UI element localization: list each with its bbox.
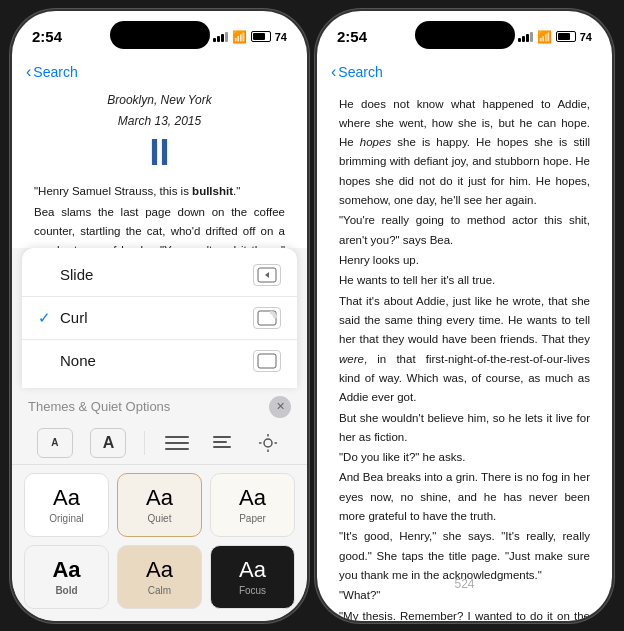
theme-bold-aa: Aa xyxy=(52,557,80,583)
theme-paper-name: Paper xyxy=(239,513,266,524)
r-para-4: He wants to tell her it's all true. xyxy=(339,271,590,290)
chevron-left-icon-right: ‹ xyxy=(331,63,336,81)
theme-calm-aa: Aa xyxy=(146,557,173,583)
wifi-icon-right: 📶 xyxy=(537,30,552,44)
themes-label: Themes & Quiet Options xyxy=(28,399,170,414)
font-large-button[interactable]: A xyxy=(90,428,126,458)
svg-point-9 xyxy=(264,439,272,447)
status-icons-right: 📶 74 xyxy=(518,30,592,44)
check-curl: ✓ xyxy=(38,309,60,327)
theme-focus-aa: Aa xyxy=(239,557,266,583)
r-para-11: "My thesis. Remember? I wanted to do it … xyxy=(339,607,590,621)
curl-label: Curl xyxy=(60,309,253,326)
option-slide[interactable]: Slide xyxy=(22,254,297,297)
bottom-panel: Slide ✓ Curl None xyxy=(12,248,307,621)
back-label-left: Search xyxy=(33,64,77,80)
r-para-6: But she wouldn't believe him, so he lets… xyxy=(339,409,590,448)
right-phone: 2:54 📶 74 ‹ Search xyxy=(317,11,612,621)
themes-grid: Aa Original Aa Quiet Aa Paper Aa Bold Aa xyxy=(12,465,307,621)
theme-calm-name: Calm xyxy=(148,585,171,596)
theme-original-aa: Aa xyxy=(53,485,80,511)
theme-paper[interactable]: Aa Paper xyxy=(210,473,295,537)
svg-rect-7 xyxy=(213,441,227,443)
svg-rect-4 xyxy=(165,442,189,444)
para-1: "Henry Samuel Strauss, this is bullshit.… xyxy=(34,182,285,201)
status-time-right: 2:54 xyxy=(337,28,367,45)
none-label: None xyxy=(60,352,253,369)
dynamic-island-right xyxy=(415,21,515,49)
battery-level: 74 xyxy=(275,31,287,43)
theme-focus[interactable]: Aa Focus xyxy=(210,545,295,609)
font-small-button[interactable]: A xyxy=(37,428,73,458)
wifi-icon: 📶 xyxy=(232,30,247,44)
slide-icon xyxy=(253,264,281,286)
signal-icon-right xyxy=(518,32,533,42)
font-controls: A A xyxy=(12,422,307,465)
svg-rect-2 xyxy=(258,354,276,368)
theme-quiet-name: Quiet xyxy=(148,513,172,524)
r-para-5: That it's about Addie, just like he wrot… xyxy=(339,292,590,408)
chevron-left-icon: ‹ xyxy=(26,63,31,81)
back-button-right[interactable]: ‹ Search xyxy=(331,63,383,81)
dynamic-island xyxy=(110,21,210,49)
r-para-1: He does not know what happened to Addie,… xyxy=(339,95,590,211)
theme-quiet[interactable]: Aa Quiet xyxy=(117,473,202,537)
r-para-2: "You're really going to method actor thi… xyxy=(339,211,590,250)
book-chapter: II xyxy=(34,133,285,173)
font-family-button[interactable] xyxy=(163,431,191,455)
battery-icon-right xyxy=(556,31,576,42)
svg-rect-3 xyxy=(165,436,189,438)
nav-bar-left: ‹ Search xyxy=(12,55,307,91)
back-button-left[interactable]: ‹ Search xyxy=(26,63,78,81)
option-none[interactable]: None xyxy=(22,340,297,382)
left-phone: 2:54 📶 74 ‹ Search xyxy=(12,11,307,621)
svg-rect-6 xyxy=(213,436,231,438)
book-content-right: He does not know what happened to Addie,… xyxy=(317,91,612,621)
theme-calm[interactable]: Aa Calm xyxy=(117,545,202,609)
brightness-button[interactable] xyxy=(254,431,282,455)
theme-quiet-aa: Aa xyxy=(146,485,173,511)
book-date: March 13, 2015 xyxy=(34,112,285,131)
battery-level-right: 74 xyxy=(580,31,592,43)
curl-icon xyxy=(253,307,281,329)
text-align-button[interactable] xyxy=(208,431,236,455)
theme-paper-aa: Aa xyxy=(239,485,266,511)
transition-menu: Slide ✓ Curl None xyxy=(22,248,297,388)
page-footer: 524 xyxy=(317,577,612,591)
nav-bar-right: ‹ Search xyxy=(317,55,612,91)
r-para-8: And Bea breaks into a grin. There is no … xyxy=(339,468,590,526)
svg-rect-5 xyxy=(165,448,189,450)
svg-rect-8 xyxy=(213,446,231,448)
font-large-label: A xyxy=(103,434,115,452)
font-divider-1 xyxy=(144,431,145,455)
book-header: Brooklyn, New York March 13, 2015 II xyxy=(34,91,285,173)
battery-icon xyxy=(251,31,271,42)
status-time-left: 2:54 xyxy=(32,28,62,45)
r-para-7: "Do you like it?" he asks. xyxy=(339,448,590,467)
theme-bold-name: Bold xyxy=(55,585,77,596)
phones-container: 2:54 📶 74 ‹ Search xyxy=(2,1,622,631)
font-small-label: A xyxy=(51,437,58,448)
themes-header: Themes & Quiet Options ✕ xyxy=(12,388,307,422)
none-icon xyxy=(253,350,281,372)
option-curl[interactable]: ✓ Curl xyxy=(22,297,297,340)
book-location: Brooklyn, New York xyxy=(34,91,285,110)
status-icons-left: 📶 74 xyxy=(213,30,287,44)
theme-original-name: Original xyxy=(49,513,83,524)
theme-original[interactable]: Aa Original xyxy=(24,473,109,537)
theme-focus-name: Focus xyxy=(239,585,266,596)
page-number: 524 xyxy=(454,577,474,591)
theme-bold[interactable]: Aa Bold xyxy=(24,545,109,609)
back-label-right: Search xyxy=(338,64,382,80)
r-para-3: Henry looks up. xyxy=(339,251,590,270)
close-button[interactable]: ✕ xyxy=(269,396,291,418)
slide-label: Slide xyxy=(60,266,253,283)
signal-icon xyxy=(213,32,228,42)
